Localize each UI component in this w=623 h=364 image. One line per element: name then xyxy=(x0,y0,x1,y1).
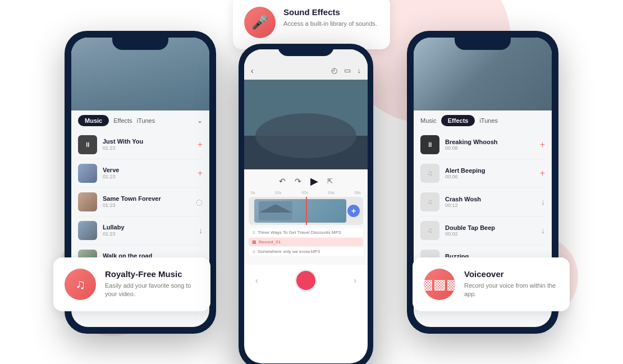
audio-track-item[interactable]: ♫ Three Ways To Get Travel Discounts.MP3 xyxy=(249,228,363,237)
svg-rect-3 xyxy=(295,158,317,163)
list-item[interactable]: ♫ Crash Wosh 00:12 ↓ xyxy=(420,188,545,216)
add-icon[interactable]: + xyxy=(198,140,203,150)
play-icon[interactable]: ▶ xyxy=(310,175,318,187)
tab-effects-active[interactable]: Effects xyxy=(441,115,475,126)
list-item[interactable]: ⏸ Just With You 01:23 + xyxy=(78,131,203,159)
record-stop-icon xyxy=(301,276,310,285)
right-phone-notch xyxy=(455,38,511,50)
redo-icon[interactable]: ↷ xyxy=(295,177,301,186)
song-title: Verve xyxy=(103,167,192,173)
timeline-section: ↶ ↷ ▶ ⇱ 0s 02s 02s 04s 06s xyxy=(244,169,368,265)
waveform-icon: ▩ xyxy=(252,239,256,245)
tab-music-active[interactable]: Music xyxy=(78,115,109,126)
voiceover-description: Record your voice from within the app. xyxy=(464,282,558,299)
tab-itunes[interactable]: iTunes xyxy=(137,117,155,124)
music-note-icon: ♫ xyxy=(427,226,433,234)
sound-effects-description: Access a built-in library of sounds. xyxy=(283,20,379,28)
add-icon[interactable]: + xyxy=(540,140,545,150)
sound-icon-circle: 🎤 xyxy=(244,7,276,38)
undo-icon[interactable]: ↶ xyxy=(279,177,286,186)
effect-duration: 00:08 xyxy=(445,145,534,151)
track-thumbnail xyxy=(254,199,346,223)
add-icon[interactable]: + xyxy=(540,168,545,178)
song-title: Same Town Forever xyxy=(103,195,190,202)
effect-duration: 00:12 xyxy=(445,202,535,208)
song-duration: 01:23 xyxy=(103,145,192,151)
voiceover-title: Voiceover xyxy=(464,269,558,280)
music-tabs: Music Effects iTunes ⌄ xyxy=(71,110,209,131)
svg-rect-0 xyxy=(244,80,368,169)
song-duration: 01:23 xyxy=(103,231,193,237)
list-item[interactable]: Verve 01:23 + xyxy=(78,159,203,188)
record-button[interactable] xyxy=(295,269,317,292)
effect-thumbnail: ♫ xyxy=(420,221,439,240)
audio-tracks: ♫ Three Ways To Get Travel Discounts.MP3… xyxy=(249,226,363,259)
back-arrow-icon[interactable]: ‹ xyxy=(255,276,258,285)
pause-icon: ⏸ xyxy=(84,141,91,149)
effect-duration: 00:06 xyxy=(445,174,534,179)
video-preview xyxy=(244,80,368,169)
feature-title: Royalty-Free Music xyxy=(105,269,199,280)
music-icon-circle: ♫ xyxy=(65,269,96,300)
back-chevron-icon[interactable]: ‹ xyxy=(251,66,254,75)
effect-duration: 00:02 xyxy=(445,231,535,237)
list-item[interactable]: ♫ Alert Beeping 00:06 + xyxy=(420,159,545,188)
download-icon[interactable]: ↓ xyxy=(541,226,545,235)
svg-rect-2 xyxy=(300,125,312,169)
timeline-ruler: 0s 02s 02s 04s 06s xyxy=(249,191,363,195)
royalty-free-music-card: ♫ Royalty-Free Music Easily add your fav… xyxy=(53,257,210,311)
music-note-icon: ♫ xyxy=(75,277,85,292)
song-thumbnail xyxy=(78,221,97,240)
pause-icon: ⏸ xyxy=(427,141,433,149)
timeline-controls: ↶ ↷ ▶ ⇱ xyxy=(249,175,363,187)
record-track-item[interactable]: ▩ Record_01 xyxy=(249,238,363,246)
effect-title: Crash Wosh xyxy=(445,196,535,202)
effect-thumbnail: ♫ xyxy=(420,164,439,183)
song-title: Just With You xyxy=(103,138,192,145)
svg-marker-4 xyxy=(244,96,312,136)
aspect-ratio-icon[interactable]: ▭ xyxy=(344,66,351,75)
download-icon[interactable]: ↓ xyxy=(541,197,545,206)
effects-list: ⏸ Breaking Whoosh 00:08 + ♫ xyxy=(414,131,552,274)
song-duration: 01:23 xyxy=(103,174,192,179)
download-icon[interactable]: ↓ xyxy=(199,226,203,235)
waveform-icon: ▩▩▩ xyxy=(420,277,459,292)
download-icon[interactable]: ↓ xyxy=(358,66,361,75)
add-icon[interactable]: + xyxy=(198,168,203,178)
effect-thumbnail: ♫ xyxy=(420,192,439,211)
voiceover-icon-circle: ▩▩▩ xyxy=(424,269,455,300)
phone-notch xyxy=(112,38,168,50)
song-thumbnail xyxy=(78,164,97,183)
expand-icon[interactable]: ⇱ xyxy=(327,177,333,185)
loading-icon: ◌ xyxy=(196,197,203,206)
playhead xyxy=(306,197,307,225)
video-track[interactable]: + xyxy=(249,197,363,225)
play-thumb: ⏸ xyxy=(78,135,97,154)
center-phone: ‹ ◴ ▭ ↓ xyxy=(239,44,373,365)
list-item[interactable]: Lullaby 01:23 ↓ xyxy=(78,216,203,245)
chevron-down-icon[interactable]: ⌄ xyxy=(197,117,203,125)
list-item[interactable]: Same Town Forever 01:23 ◌ xyxy=(78,188,203,216)
clock-icon[interactable]: ◴ xyxy=(331,66,337,75)
voiceover-card: ▩▩▩ Voiceover Record your voice from wit… xyxy=(413,257,570,311)
tab-music[interactable]: Music xyxy=(420,117,437,124)
tab-itunes[interactable]: iTunes xyxy=(479,117,498,124)
svg-point-1 xyxy=(250,141,362,169)
list-item[interactable]: ♫ Double Tap Beep 00:02 ↓ xyxy=(420,216,545,245)
feature-description: Easily add your favorite song to your vi… xyxy=(105,282,199,299)
music-icon: ♫ xyxy=(252,249,255,254)
audio-track-item[interactable]: ♫ Somewhere only we know.MP3 xyxy=(249,247,363,256)
tab-effects[interactable]: Effects xyxy=(113,117,132,124)
music-list: ⏸ Just With You 01:23 + Verve 01:2 xyxy=(71,131,209,274)
song-title: Lullaby xyxy=(103,224,193,231)
song-duration: 01:23 xyxy=(103,202,190,208)
menu-icon[interactable]: › xyxy=(354,276,356,285)
sound-effects-card: 🎤 Sound Effects Access a built-in librar… xyxy=(233,0,390,49)
track-label: Three Ways To Get Travel Discounts.MP3 xyxy=(258,230,341,235)
add-track-button[interactable]: + xyxy=(347,205,360,217)
svg-marker-5 xyxy=(289,91,368,136)
effects-tabs: Music Effects iTunes xyxy=(414,110,552,131)
effect-title: Alert Beeping xyxy=(445,167,534,174)
list-item[interactable]: ⏸ Breaking Whoosh 00:08 + xyxy=(420,131,545,159)
music-note-icon: ♫ xyxy=(427,169,433,177)
